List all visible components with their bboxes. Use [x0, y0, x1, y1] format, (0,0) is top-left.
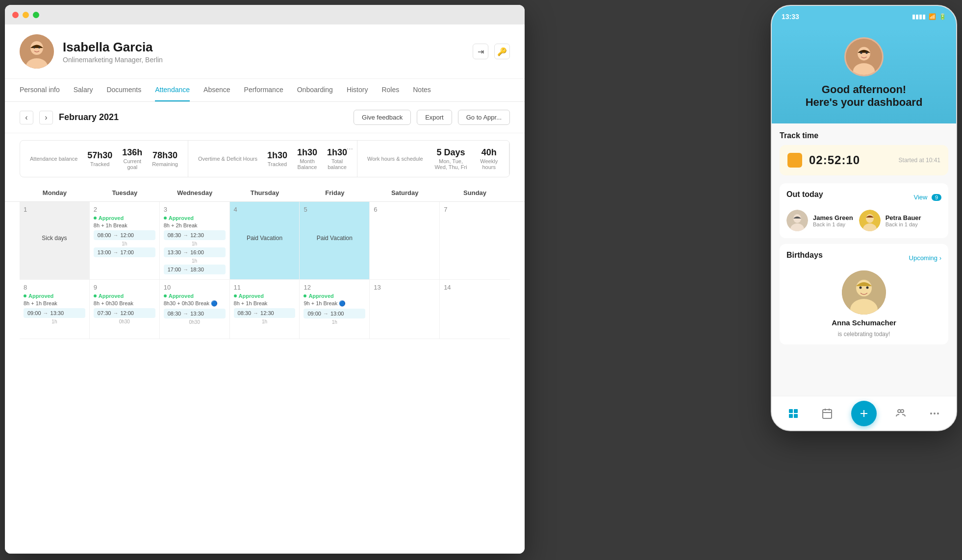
day-header-saturday: Saturday [370, 184, 440, 201]
cell-date: 8 [24, 284, 85, 291]
upcoming-link[interactable]: Upcoming › [909, 254, 941, 262]
next-month-button[interactable]: › [39, 111, 53, 124]
cell-date: 11 [234, 284, 296, 291]
weekly-value: 40h [479, 147, 499, 158]
stat-ot-tracked: 1h30 Tracked [267, 150, 287, 167]
mobile-avatar [844, 37, 884, 76]
stat-ot-total: 1h30 Total balance [327, 147, 347, 170]
track-time-card[interactable]: 02:52:10 Started at 10:41 [780, 145, 948, 175]
cell-thu-4[interactable]: 4 Paid Vacation [230, 202, 300, 279]
stat-weekly-hours: 40h Weekly hours [479, 147, 499, 170]
status-icons: ▮▮▮▮ 📶 🔋 [912, 13, 946, 20]
time-block: 09:00 → 13:00 [304, 309, 365, 318]
stat-ot-month: 1h30 Month Balance [297, 147, 317, 170]
out-person-1: James Green Back in 1 day [786, 210, 853, 231]
close-button[interactable] [12, 12, 19, 18]
tab-absence[interactable]: Absence [203, 79, 230, 101]
settings-button[interactable]: 🔑 [494, 44, 510, 59]
out-person-2: Petra Bauer Back in 1 day [859, 210, 921, 231]
nav-calendar-button[interactable] [817, 404, 837, 423]
tab-documents[interactable]: Documents [106, 79, 141, 101]
cell-thu-11[interactable]: 11 Approved 8h + 1h Break 08:30 → 12:30 … [230, 280, 300, 339]
person-status: Back in 1 day [886, 221, 921, 227]
cell-tue-9[interactable]: 9 Approved 8h + 0h30 Break 07:30 → 12:00… [90, 280, 160, 339]
day-header-sunday: Sunday [440, 184, 510, 201]
approved-text: Approved [99, 293, 124, 299]
cell-date: 12 [304, 284, 365, 291]
time-from: 09:00 [27, 310, 41, 316]
time-block-2: 13:30 → 16:00 [164, 247, 226, 257]
time-from: 17:00 [168, 267, 181, 272]
tab-history[interactable]: History [347, 79, 368, 101]
minimize-button[interactable] [23, 12, 29, 18]
break-label: 8h + 1h Break [24, 300, 85, 306]
signal-icon: ▮▮▮▮ [912, 13, 926, 20]
approved-badge: Approved [304, 293, 365, 299]
svg-point-9 [865, 51, 868, 54]
overtime-menu-icon[interactable]: ··· [347, 145, 353, 153]
time-block: 08:30 → 12:30 [234, 308, 296, 318]
wifi-icon: 📶 [929, 13, 936, 20]
nav-team-button[interactable] [891, 404, 911, 423]
cell-mon-8[interactable]: 8 Approved 8h + 1h Break 09:00 → 13:30 1… [20, 280, 90, 339]
stat-tracked: 57h30 Tracked [87, 150, 112, 167]
goto-approvals-button[interactable]: Go to Appr... [458, 110, 510, 125]
cell-date: 4 [234, 206, 296, 213]
work-hours-label: Work hours & schedule [367, 156, 423, 162]
approved-dot [234, 294, 237, 297]
cell-fri-5[interactable]: 5 Paid Vacation [300, 202, 370, 279]
tab-salary[interactable]: Salary [74, 79, 93, 101]
cell-fri-12[interactable]: 12 Approved 9h + 1h Break 🔵 09:00 → 13:0… [300, 280, 370, 339]
cell-sun-7[interactable]: 7 [440, 202, 510, 279]
time-arrow: → [253, 310, 258, 316]
calendar-week-1: 1 Sick days 2 Approved 8h + 1h Break 08:… [20, 202, 510, 280]
tracked-value: 57h30 [87, 150, 112, 161]
cell-mon-1[interactable]: 1 Sick days [20, 202, 90, 279]
out-today-header: Out today View 9 [786, 190, 941, 204]
calendar-week-2: 8 Approved 8h + 1h Break 09:00 → 13:30 1… [20, 280, 510, 339]
cell-tue-2[interactable]: 2 Approved 8h + 1h Break 08:00 → 12:00 1… [90, 202, 160, 279]
prev-month-button[interactable]: ‹ [20, 111, 33, 124]
time-to: 13:30 [190, 311, 204, 317]
calendar-controls: ‹ › February 2021 Give feedback Export G… [5, 102, 525, 133]
cell-wed-10[interactable]: 10 Approved 8h30 + 0h30 Break 🔵 08:30 → … [160, 280, 230, 339]
view-link[interactable]: View [913, 194, 927, 201]
overtime-label: Overtime & Deficit Hours [198, 156, 257, 162]
view-link-container: View 9 [913, 193, 941, 201]
break-gap: 1h [234, 319, 296, 324]
calendar-month: February 2021 [59, 112, 348, 122]
tab-personal-info[interactable]: Personal info [20, 79, 60, 101]
approved-dot [164, 217, 167, 219]
nav-add-button[interactable] [851, 401, 877, 426]
cell-sat-13[interactable]: 13 [370, 280, 440, 339]
stat-remaining: 78h30 Remaining [152, 150, 178, 167]
tab-roles[interactable]: Roles [381, 79, 399, 101]
export-button[interactable]: Export [417, 110, 452, 125]
svg-point-32 [901, 410, 904, 413]
cell-sun-14[interactable]: 14 [440, 280, 510, 339]
tab-onboarding[interactable]: Onboarding [297, 79, 333, 101]
tab-notes[interactable]: Notes [413, 79, 431, 101]
time-arrow: → [113, 249, 118, 255]
profile-name: Isabella Garcia [63, 40, 163, 55]
tab-attendance[interactable]: Attendance [155, 79, 190, 101]
cell-date: 9 [94, 284, 155, 291]
give-feedback-button[interactable]: Give feedback [354, 110, 411, 125]
mobile-time: 13:33 [782, 13, 799, 21]
nav-home-button[interactable] [784, 404, 803, 423]
out-persons: James Green Back in 1 day Pe [786, 210, 941, 231]
nav-more-button[interactable] [925, 404, 944, 423]
maximize-button[interactable] [33, 12, 39, 18]
svg-rect-24 [794, 414, 798, 418]
tab-performance[interactable]: Performance [244, 79, 283, 101]
cell-sat-6[interactable]: 6 [370, 202, 440, 279]
cell-wed-3[interactable]: 3 Approved 8h + 2h Break 08:30 → 12:30 1… [160, 202, 230, 279]
svg-point-19 [860, 287, 862, 289]
time-to: 13:00 [330, 311, 344, 317]
ot-tracked-label: Tracked [267, 161, 287, 167]
window-content: Isabella Garcia Onlinemarketing Manager,… [5, 24, 525, 554]
day-header-friday: Friday [300, 184, 370, 201]
share-button[interactable]: ⇥ [473, 44, 488, 59]
stat-current-goal: 136h Current goal [122, 147, 142, 170]
time-arrow: → [183, 267, 188, 272]
